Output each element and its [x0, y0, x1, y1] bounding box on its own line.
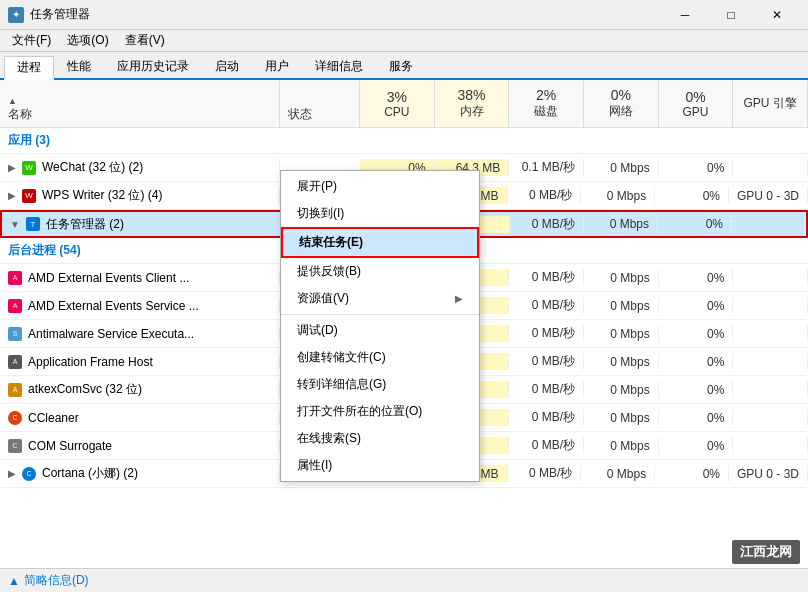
row-gpu-engine: [733, 409, 808, 426]
minimize-button[interactable]: ─: [662, 0, 708, 30]
row-name-wechat: ▶ W WeChat (32 位) (2): [0, 159, 280, 176]
col-header-gpu[interactable]: 0% GPU: [659, 80, 734, 127]
collapse-button[interactable]: ▲ 简略信息(D): [8, 572, 89, 589]
ctx-end-task[interactable]: 结束任务(E): [281, 227, 479, 258]
submenu-arrow: ▶: [455, 293, 463, 304]
col-header-net[interactable]: 0% 网络: [584, 80, 659, 127]
window-controls: ─ □ ✕: [662, 0, 800, 30]
watermark: 江西龙网: [732, 540, 800, 564]
row-net: 0 Mbps: [584, 269, 659, 286]
row-net: 0 Mbps: [584, 325, 659, 342]
row-net: 0 Mbps: [584, 297, 659, 314]
ctx-debug[interactable]: 调试(D): [281, 317, 479, 344]
row-name-appframe: A Application Frame Host: [0, 355, 280, 369]
row-gpu: 0%: [659, 353, 734, 370]
row-name-atk: A atkexComSvc (32 位): [0, 381, 280, 398]
ctx-resource[interactable]: 资源值(V) ▶: [281, 285, 479, 312]
close-button[interactable]: ✕: [754, 0, 800, 30]
ctx-properties[interactable]: 属性(I): [281, 452, 479, 479]
expand-icon[interactable]: ▶: [8, 162, 16, 173]
maximize-button[interactable]: □: [708, 0, 754, 30]
atk-icon: A: [8, 383, 22, 397]
tab-startup[interactable]: 启动: [202, 54, 252, 78]
row-net: 0 Mbps: [584, 409, 659, 426]
tab-performance[interactable]: 性能: [54, 54, 104, 78]
row-name-amd2: A AMD External Events Service ...: [0, 299, 280, 313]
tab-details[interactable]: 详细信息: [302, 54, 376, 78]
ctx-switch[interactable]: 切换到(I): [281, 200, 479, 227]
col-header-disk[interactable]: 2% 磁盘: [509, 80, 584, 127]
wechat-icon: W: [22, 161, 36, 175]
row-net: 0 Mbps: [584, 353, 659, 370]
col-header-cpu[interactable]: 3% CPU: [360, 80, 435, 127]
ctx-separator: [281, 314, 479, 315]
appframe-icon: A: [8, 355, 22, 369]
row-gpu-engine: GPU 0 - 3D: [729, 187, 808, 204]
row-gpu: 0%: [659, 409, 734, 426]
ctx-open-location[interactable]: 打开文件所在的位置(O): [281, 398, 479, 425]
row-disk: 0 MB/秒: [508, 187, 582, 204]
menu-file[interactable]: 文件(F): [4, 30, 59, 51]
row-disk: 0 MB/秒: [508, 465, 582, 482]
row-net: 0 Mbps: [581, 187, 655, 204]
ctx-feedback[interactable]: 提供反馈(B): [281, 258, 479, 285]
row-gpu: 0%: [659, 269, 734, 286]
row-name-taskmanager: ▼ T 任务管理器 (2): [2, 216, 282, 233]
col-header-status[interactable]: 状态: [280, 80, 360, 127]
tab-users[interactable]: 用户: [252, 54, 302, 78]
amd-icon: A: [8, 299, 22, 313]
row-gpu-engine: [733, 159, 808, 176]
ctx-expand[interactable]: 展开(P): [281, 173, 479, 200]
tab-app-history[interactable]: 应用历史记录: [104, 54, 202, 78]
tab-processes[interactable]: 进程: [4, 56, 54, 80]
menu-options[interactable]: 选项(O): [59, 30, 116, 51]
row-gpu-engine: GPU 0 - 3D: [729, 465, 808, 482]
row-gpu-engine: [733, 353, 808, 370]
amd-icon: A: [8, 271, 22, 285]
row-gpu-engine: [733, 269, 808, 286]
antimalware-icon: S: [8, 327, 22, 341]
collapse-label: 简略信息(D): [24, 572, 89, 589]
row-gpu: 0%: [659, 325, 734, 342]
menu-bar: 文件(F) 选项(O) 查看(V): [0, 30, 808, 52]
ctx-dump[interactable]: 创建转储文件(C): [281, 344, 479, 371]
row-net: 0 Mbps: [581, 465, 655, 482]
row-name-antimalware: S Antimalware Service Executa...: [0, 327, 280, 341]
row-gpu-engine: [733, 297, 808, 314]
row-gpu: 0%: [659, 297, 734, 314]
ctx-details[interactable]: 转到详细信息(G): [281, 371, 479, 398]
row-disk: 0.1 MB/秒: [509, 159, 584, 176]
col-header-data: 3% CPU 38% 内存 2% 磁盘 0% 网络 0% GPU GPU 引擎: [360, 80, 808, 127]
row-disk: 0 MB/秒: [509, 409, 584, 426]
menu-view[interactable]: 查看(V): [117, 30, 173, 51]
row-disk: 0 MB/秒: [509, 297, 584, 314]
row-disk: 0 MB/秒: [509, 353, 584, 370]
row-gpu: 0%: [659, 381, 734, 398]
row-disk: 0 MB/秒: [509, 325, 584, 342]
col-header-gpu-engine[interactable]: GPU 引擎: [733, 80, 808, 127]
col-header-name[interactable]: ▲ 名称: [0, 80, 280, 127]
tab-bar: 进程 性能 应用历史记录 启动 用户 详细信息 服务: [0, 52, 808, 80]
row-name-comsurrogate: C COM Surrogate: [0, 439, 280, 453]
tab-services[interactable]: 服务: [376, 54, 426, 78]
col-header-mem[interactable]: 38% 内存: [435, 80, 510, 127]
row-gpu: 0%: [655, 187, 729, 204]
comsurrogate-icon: C: [8, 439, 22, 453]
row-disk: 0 MB/秒: [509, 381, 584, 398]
bottom-bar: ▲ 简略信息(D): [0, 568, 808, 592]
expand-icon[interactable]: ▼: [10, 219, 20, 230]
task-icon: T: [26, 217, 40, 231]
row-disk: 0 MB/秒: [509, 437, 584, 454]
row-gpu: 0%: [659, 159, 734, 176]
expand-icon[interactable]: ▶: [8, 468, 16, 479]
section-apps[interactable]: 应用 (3): [0, 128, 808, 154]
sort-arrow: ▲: [8, 96, 271, 106]
row-gpu: 0%: [655, 465, 729, 482]
expand-icon[interactable]: ▶: [8, 190, 16, 201]
ccleaner-icon: C: [8, 411, 22, 425]
row-gpu: 0%: [659, 437, 734, 454]
row-gpu-engine: [732, 216, 806, 233]
ctx-search[interactable]: 在线搜索(S): [281, 425, 479, 452]
title-bar: ✦ 任务管理器 ─ □ ✕: [0, 0, 808, 30]
column-headers: ▲ 名称 状态 3% CPU 38% 内存 2% 磁盘 0% 网络: [0, 80, 808, 128]
